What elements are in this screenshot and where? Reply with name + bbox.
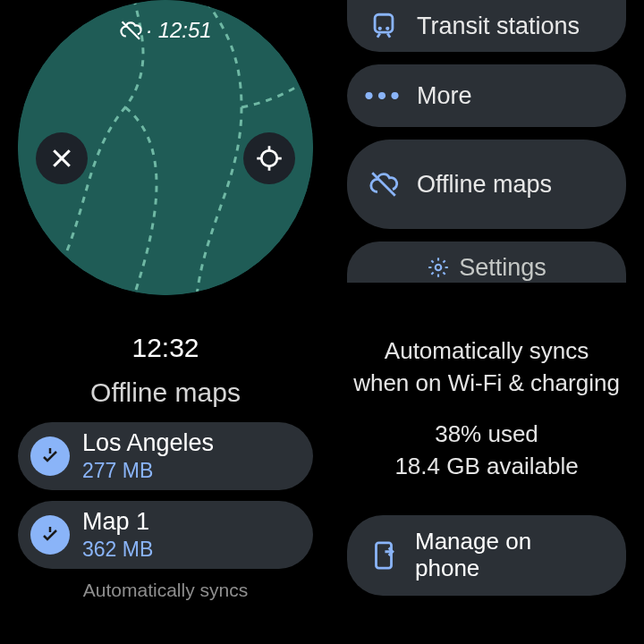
menu-more[interactable]: ••• More: [347, 64, 626, 127]
settings-icon: [427, 252, 450, 283]
sync-hint: Automatically syncs: [18, 580, 313, 601]
close-icon: [48, 145, 75, 172]
more-icon: •••: [369, 80, 399, 111]
menu-offline-maps[interactable]: Offline maps: [347, 140, 626, 229]
phone-sync-icon: [369, 540, 399, 571]
list-time: 12:32: [18, 333, 313, 363]
map-watch-face: · 12:51: [18, 0, 313, 295]
svg-point-18: [436, 265, 442, 271]
menu-label: Offline maps: [417, 171, 552, 199]
status-bar: · 12:51: [119, 18, 211, 43]
menu-label: Transit stations: [417, 13, 580, 40]
svg-point-13: [378, 27, 382, 30]
storage-available: 18.4 GB available: [347, 450, 626, 482]
svg-point-5: [261, 150, 277, 166]
button-label: Manage on phone: [415, 529, 531, 582]
status-time: · 12:51: [146, 18, 211, 43]
menu-label: More: [417, 82, 472, 110]
downloaded-icon: [30, 436, 70, 476]
offline-map-item[interactable]: Map 1 362 MB: [18, 501, 313, 569]
map-name: Los Angeles: [82, 429, 214, 457]
offline-map-item[interactable]: Los Angeles 277 MB: [18, 422, 313, 490]
manage-on-phone-button[interactable]: Manage on phone: [347, 515, 626, 596]
cloud-off-icon: [119, 19, 142, 42]
locate-icon: [256, 145, 283, 172]
page-title: Offline maps: [18, 377, 313, 408]
storage-info: Automatically syncs when on Wi-Fi & char…: [347, 335, 626, 483]
menu-settings[interactable]: Settings: [347, 242, 626, 283]
downloaded-icon: [30, 515, 70, 555]
menu-transit-stations[interactable]: Transit stations: [347, 0, 626, 52]
map-name: Map 1: [82, 508, 153, 536]
locate-button[interactable]: [243, 132, 295, 184]
storage-used: 38% used: [347, 418, 626, 450]
map-size: 277 MB: [82, 459, 214, 483]
offline-map-list: Los Angeles 277 MB Map 1 362 MB: [18, 422, 313, 569]
map-size: 362 MB: [82, 538, 153, 562]
svg-point-14: [386, 27, 389, 30]
svg-rect-12: [375, 14, 393, 32]
close-button[interactable]: [36, 132, 88, 184]
cloud-off-icon: [369, 169, 399, 199]
menu-label: Settings: [459, 254, 547, 282]
svg-line-15: [377, 34, 380, 38]
transit-icon: [369, 11, 399, 41]
svg-line-16: [387, 34, 390, 38]
